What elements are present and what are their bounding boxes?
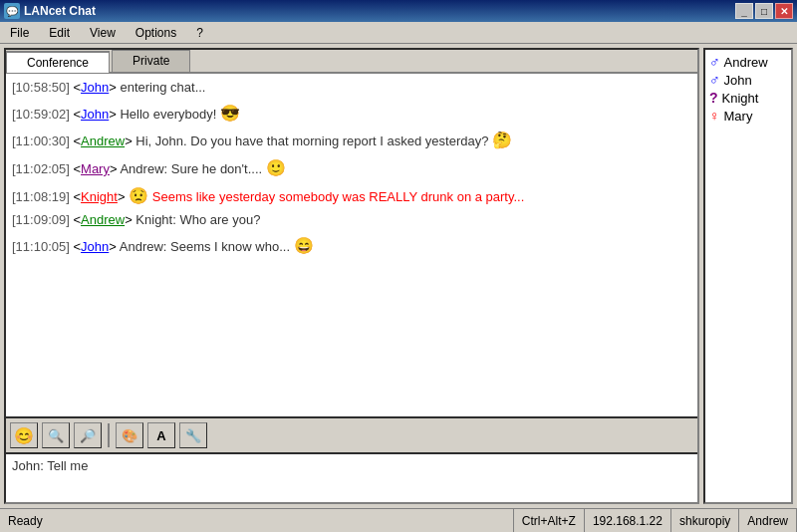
main-container: Conference Private [10:58:50] <John> ent… bbox=[0, 44, 797, 508]
status-shortcut: Ctrl+Alt+Z bbox=[514, 509, 585, 532]
status-extra: Andrew bbox=[739, 509, 797, 532]
extra-text: Andrew bbox=[747, 514, 788, 528]
color-button[interactable]: 🎨 bbox=[116, 422, 143, 448]
message-text: Hello everybody! bbox=[120, 107, 219, 122]
ip-text: 192.168.1.22 bbox=[593, 514, 663, 528]
timestamp: [10:58:50] bbox=[12, 80, 70, 95]
tab-private[interactable]: Private bbox=[112, 50, 190, 72]
titlebar: 💬 LANcet Chat _ □ ✕ bbox=[0, 0, 797, 22]
user-link[interactable]: Mary bbox=[81, 161, 110, 176]
gender-male-icon: ♂ bbox=[709, 54, 720, 70]
status-text: Ready bbox=[8, 514, 43, 528]
timestamp: [11:09:09] bbox=[12, 212, 70, 227]
menu-view[interactable]: View bbox=[84, 24, 122, 42]
titlebar-left: 💬 LANcet Chat bbox=[4, 3, 96, 19]
sidebar-username[interactable]: Andrew bbox=[724, 55, 768, 70]
sidebar-username[interactable]: Mary bbox=[724, 109, 753, 124]
close-button[interactable]: ✕ bbox=[775, 3, 793, 19]
app-icon: 💬 bbox=[4, 3, 20, 19]
emoji-icon: 🙂 bbox=[266, 159, 286, 176]
chat-input-area[interactable]: John: Tell me bbox=[6, 452, 697, 502]
timestamp: [11:10:05] bbox=[12, 239, 70, 254]
font-button[interactable]: A bbox=[147, 422, 175, 448]
message-text: entering chat... bbox=[120, 80, 205, 95]
emoji-icon: 😄 bbox=[294, 237, 314, 254]
chat-toolbar: 😊 🔍 🔎 🎨 A 🔧 bbox=[6, 416, 697, 452]
message-text: Andrew: Sure he don't.... bbox=[120, 161, 265, 176]
chat-input-text: John: Tell me bbox=[12, 458, 88, 473]
user-link[interactable]: Andrew bbox=[81, 212, 125, 227]
gender-unknown-icon: ? bbox=[709, 90, 718, 106]
zoom-in-button[interactable]: 🔎 bbox=[74, 422, 102, 448]
sidebar-user-andrew: ♂ Andrew bbox=[709, 54, 787, 70]
gender-male-icon: ♂ bbox=[709, 72, 720, 88]
message-text: Hi, John. Do you have that morning repor… bbox=[135, 133, 492, 148]
timestamp: [11:00:30] bbox=[12, 133, 70, 148]
message-text: Seems like yesterday somebody was REALLY… bbox=[152, 189, 525, 204]
list-item: [11:00:30] <Andrew> Hi, John. Do you hav… bbox=[12, 128, 691, 153]
emoji-icon: 🤔 bbox=[492, 132, 512, 148]
sidebar-user-john: ♂ John bbox=[709, 72, 787, 88]
list-item: [11:10:05] <John> Andrew: Seems I know w… bbox=[12, 233, 691, 259]
titlebar-buttons: _ □ ✕ bbox=[735, 3, 793, 19]
minimize-button[interactable]: _ bbox=[735, 3, 753, 19]
user-link[interactable]: Andrew bbox=[81, 133, 125, 148]
emoji-icon: 😎 bbox=[220, 105, 240, 122]
status-ready: Ready bbox=[0, 509, 514, 532]
timestamp: [11:08:19] bbox=[12, 189, 70, 204]
message-text: Knight: Who are you? bbox=[135, 212, 260, 227]
toolbar-divider bbox=[108, 423, 110, 447]
menu-file[interactable]: File bbox=[4, 24, 35, 42]
list-item: [11:08:19] <Knight> 😟 Seems like yesterd… bbox=[12, 183, 691, 209]
sidebar-user-mary: ♀ Mary bbox=[709, 108, 787, 124]
emoji-button[interactable]: 😊 bbox=[10, 422, 38, 448]
sidebar-user-knight: ? Knight bbox=[709, 90, 787, 106]
list-item: [11:02:05] <Mary> Andrew: Sure he don't.… bbox=[12, 155, 691, 181]
gender-female-icon: ♀ bbox=[709, 108, 720, 124]
settings-button[interactable]: 🔧 bbox=[179, 422, 207, 448]
sidebar: ♂ Andrew ♂ John ? Knight ♀ Mary bbox=[703, 48, 793, 504]
menu-edit[interactable]: Edit bbox=[43, 24, 76, 42]
list-item: [10:58:50] <John> entering chat... bbox=[12, 78, 691, 99]
emoji-icon: 😟 bbox=[129, 187, 148, 204]
sidebar-username[interactable]: John bbox=[724, 73, 752, 88]
list-item: [11:09:09] <Andrew> Knight: Who are you? bbox=[12, 210, 691, 231]
maximize-button[interactable]: □ bbox=[755, 3, 773, 19]
list-item: [10:59:02] <John> Hello everybody! 😎 bbox=[12, 101, 691, 127]
menubar: File Edit View Options ? bbox=[0, 22, 797, 44]
menu-help[interactable]: ? bbox=[190, 24, 209, 42]
chat-area: Conference Private [10:58:50] <John> ent… bbox=[4, 48, 699, 504]
statusbar: Ready Ctrl+Alt+Z 192.168.1.22 shkuropiy … bbox=[0, 508, 797, 532]
shortcut-text: Ctrl+Alt+Z bbox=[522, 514, 576, 528]
timestamp: [11:02:05] bbox=[12, 161, 70, 176]
message-text: Andrew: Seems I know who... bbox=[120, 239, 294, 254]
timestamp: [10:59:02] bbox=[12, 107, 70, 122]
window-title: LANcet Chat bbox=[24, 4, 96, 18]
menu-options[interactable]: Options bbox=[130, 24, 182, 42]
user-link[interactable]: John bbox=[81, 80, 109, 95]
tab-conference[interactable]: Conference bbox=[6, 51, 110, 73]
sidebar-username[interactable]: Knight bbox=[722, 91, 759, 106]
status-user: shkuropiy bbox=[671, 509, 739, 532]
user-text: shkuropiy bbox=[679, 514, 730, 528]
user-link[interactable]: John bbox=[81, 239, 109, 254]
zoom-out-button[interactable]: 🔍 bbox=[42, 422, 70, 448]
chat-messages: [10:58:50] <John> entering chat... [10:5… bbox=[6, 74, 697, 416]
user-link[interactable]: Knight bbox=[81, 189, 118, 204]
status-ip: 192.168.1.22 bbox=[585, 509, 671, 532]
tabs: Conference Private bbox=[6, 50, 697, 74]
user-link[interactable]: John bbox=[81, 107, 109, 122]
